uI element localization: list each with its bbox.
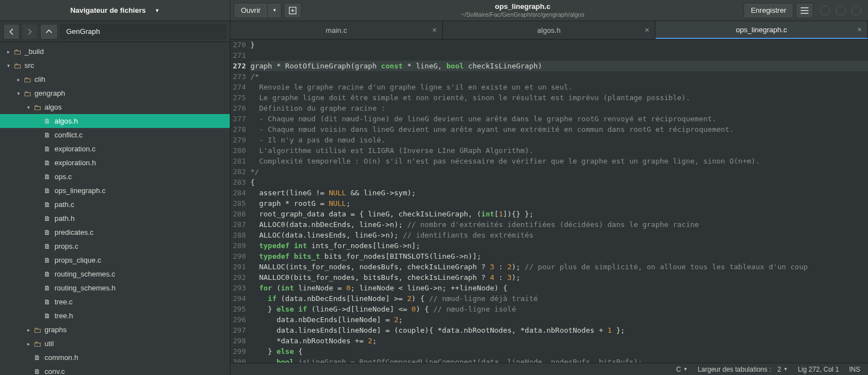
code-line[interactable]: } else if (lineG->d[lineNode] <= 0) { //… [250,304,868,314]
close-icon[interactable]: × [857,25,862,34]
code-line[interactable]: */ [250,166,868,177]
nav-up-button[interactable] [40,24,58,40]
code-content[interactable]: } graph * RootOfLineGraph(graph const * … [249,40,868,363]
path-entry[interactable]: GenGraph [60,24,226,40]
code-line[interactable]: - Chaque nœud voisin dans lineG devient … [250,124,868,135]
tree-folder[interactable]: ▸🗀_build [0,45,230,58]
code-line[interactable]: *data.nbRootNodes += 2; [250,335,868,346]
expander-open-icon[interactable]: ▾ [14,91,22,96]
tree-file[interactable]: 🗎props_clique.c [0,253,230,267]
language-selector[interactable]: C ▼ [676,366,688,373]
cursor-position[interactable]: Lig 272, Col 1 [798,366,839,373]
tree-file[interactable]: 🗎algos.h [0,114,230,128]
code-line[interactable]: { [250,177,868,187]
close-icon[interactable]: × [432,26,437,34]
tree-file[interactable]: 🗎ops_linegraph.c [0,184,230,198]
new-document-button[interactable] [284,3,302,18]
hamburger-menu-button[interactable] [796,3,813,18]
tree-file[interactable]: 🗎path.c [0,198,230,211]
insert-mode[interactable]: INS [849,366,860,373]
line-number: 286 [230,209,246,219]
code-line[interactable]: if (data.nbDecEnds[lineNode] >= 2) { // … [250,293,868,304]
expander-closed-icon[interactable]: ▸ [24,341,32,347]
tree-item-label: conflict.c [55,131,83,139]
tree-file[interactable]: 🗎conflict.c [0,128,230,142]
file-tree[interactable]: ▸🗀_build▾🗀src▸🗀clih▾🗀gengraph▾🗀algos🗎alg… [0,42,230,375]
tree-file[interactable]: 🗎props.c [0,239,230,253]
tree-file[interactable]: 🗎tree.h [0,309,230,323]
code-line[interactable]: typedef int ints_for_nodes[lineG->n]; [250,240,868,251]
open-recent-button[interactable]: ▼ [267,3,282,18]
tree-file[interactable]: 🗎exploration.h [0,156,230,170]
tree-file[interactable]: 🗎routing_schemes.c [0,267,230,281]
code-line[interactable]: /* [250,71,868,82]
code-line[interactable]: typedef bits_t bits_for_nodes[BITNSLOTS(… [250,251,868,261]
expander-open-icon[interactable]: ▾ [24,105,32,110]
code-line[interactable]: data.linesEnds[lineNode] = (couple){ *da… [250,325,868,335]
code-line[interactable]: root_graph_data data = { lineG, checkIsL… [250,209,868,219]
expander-closed-icon[interactable]: ▸ [24,327,32,333]
code-line[interactable]: bool isLineGraph = RootOfComposedLineCom… [250,357,868,363]
editor-tab[interactable]: algos.h× [443,21,655,39]
tree-folder[interactable]: ▾🗀gengraph [0,86,230,100]
code-line[interactable] [250,50,868,61]
line-number: 297 [230,325,246,335]
tree-file[interactable]: 🗎ops.c [0,170,230,184]
line-number: 280 [230,145,246,156]
tree-file[interactable]: 🗎routing_schemes.h [0,281,230,295]
line-number: 278 [230,124,246,135]
window-close-button[interactable] [851,6,861,16]
tree-folder[interactable]: ▾🗀src [0,58,230,72]
code-line[interactable]: Renvoie le graphe racine d'un graphe lig… [250,82,868,92]
code-line[interactable]: graph * RootOfLineGraph(graph const * li… [250,61,868,71]
tree-file[interactable]: 🗎conv.c [0,364,230,375]
tree-folder[interactable]: ▸🗀clih [0,72,230,86]
tree-file[interactable]: 🗎common.h [0,351,230,364]
code-line[interactable]: NALLOC(ints_for_nodes, nodesBufs, checkI… [250,261,868,272]
expander-open-icon[interactable]: ▾ [4,63,12,68]
tab-width-selector[interactable]: Largeur des tabulations : 2 ▼ [698,366,788,373]
code-line[interactable]: - Chaque nœud (dit nœud-ligne) de lineG … [250,114,868,124]
code-line[interactable]: NALLOC0(bits_for_nodes, bitsBufs, checkI… [250,272,868,283]
tree-file[interactable]: 🗎tree.c [0,295,230,309]
save-button[interactable]: Enregistrer [743,3,793,18]
line-number: 270 [230,40,246,50]
code-editor[interactable]: 2702712722732742752762772782792802812822… [230,40,868,363]
nav-back-button[interactable] [3,24,19,40]
code-line[interactable]: assert(lineG != NULL && lineG->sym); [250,187,868,198]
expander-closed-icon[interactable]: ▸ [4,49,12,55]
tree-folder[interactable]: ▸🗀graphs [0,323,230,337]
code-line[interactable]: Complexité temporelle : O(n) s'il n'est … [250,156,868,166]
tree-item-label: tree.h [55,312,73,320]
file-browser-header[interactable]: Navigateur de fichiers ▼ [0,0,230,21]
tree-folder[interactable]: ▸🗀util [0,337,230,351]
expander-closed-icon[interactable]: ▸ [14,77,22,82]
code-line[interactable]: ALLOC0(data.nbDecEnds, lineG->n); // nom… [250,219,868,230]
code-line[interactable]: } else { [250,346,868,357]
tree-file[interactable]: 🗎path.h [0,211,230,225]
code-line[interactable]: } [250,40,868,50]
code-line[interactable]: for (int lineNode = 0; lineNode < lineG-… [250,283,868,293]
code-line[interactable]: L'algorithme utilisé est ILIGRA (Inverse… [250,145,868,156]
nav-forward-button[interactable] [22,24,38,40]
line-number: 290 [230,251,246,261]
open-button[interactable]: Ouvrir [234,3,267,18]
header-toolbar: Ouvrir ▼ ops_linegraph.c ~/Solitaire/Fac… [230,0,868,21]
code-line[interactable]: - Il n'y a pas de nœud isolé. [250,135,868,145]
editor-tab[interactable]: main.c× [230,21,443,39]
close-icon[interactable]: × [645,26,649,34]
window-minimize-button[interactable] [820,6,830,16]
editor-tab[interactable]: ops_linegraph.c× [655,21,868,39]
tree-file[interactable]: 🗎predicates.c [0,225,230,239]
tree-folder[interactable]: ▾🗀algos [0,100,230,114]
code-line[interactable]: ALLOC(data.linesEnds, lineG->n); // iden… [250,230,868,240]
code-line[interactable]: graph * rootG = NULL; [250,198,868,209]
tree-file[interactable]: 🗎exploration.c [0,142,230,156]
code-line[interactable]: Définition du graphe racine : [250,103,868,114]
code-line[interactable]: data.nbDecEnds[lineNode] = 2; [250,314,868,325]
tree-item-label: algos [45,103,62,111]
code-line[interactable]: Le graphe ligne doit être simple et non … [250,92,868,103]
tree-item-label: gengraph [34,89,65,97]
window-maximize-button[interactable] [836,6,846,16]
chevron-left-icon [9,28,14,35]
